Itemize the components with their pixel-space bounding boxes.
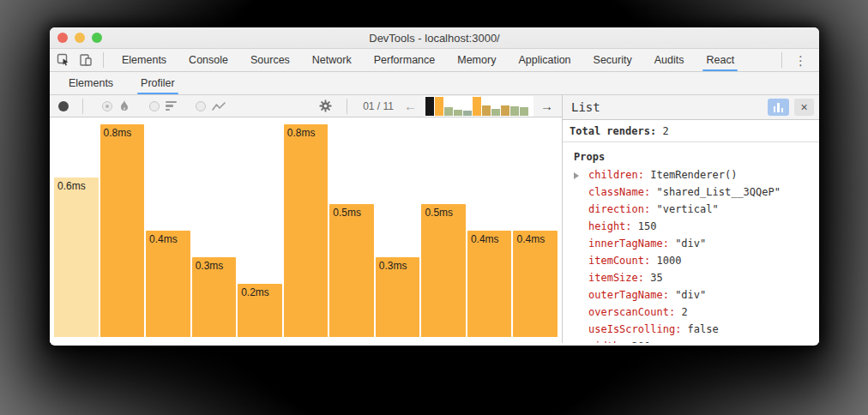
commit-bar-label: 0.4ms <box>513 231 558 245</box>
commit-bar[interactable]: 0.5ms <box>329 204 374 337</box>
minimap-bar[interactable] <box>435 97 443 116</box>
prop-value: "div" <box>669 238 706 250</box>
subtab-profiler[interactable]: Profiler <box>127 72 189 94</box>
prop-key: direction: <box>588 203 650 215</box>
minimap-bar[interactable] <box>510 106 519 116</box>
device-toolbar-icon[interactable] <box>79 53 93 67</box>
commit-bar[interactable]: 0.4ms <box>513 231 558 337</box>
prop-key: outerTagName: <box>588 289 669 301</box>
flamegraph-view-option[interactable] <box>102 99 130 112</box>
prop-value: "div" <box>669 289 706 301</box>
minimap-bar[interactable] <box>463 111 472 116</box>
desktop-background: DevTools - localhost:3000/ <box>0 0 868 415</box>
commit-bar-label: 0.4ms <box>146 231 190 245</box>
commit-bar-label: 0.2ms <box>238 284 282 298</box>
ranked-radio[interactable] <box>149 101 160 111</box>
flamegraph-chart: 0.6ms0.8ms0.4ms0.3ms0.2ms0.8ms0.5ms0.3ms… <box>50 117 562 343</box>
render-chart-button[interactable] <box>768 99 789 116</box>
profiler-pane: 01 / 11 ← → 0.6ms0.8ms0.4ms0.3ms0.2ms0.8… <box>50 95 562 343</box>
window-titlebar: DevTools - localhost:3000/ <box>50 27 819 49</box>
tab-performance[interactable]: Performance <box>363 49 447 71</box>
prop-value: "shared_List__3QQeP" <box>650 186 781 198</box>
prop-row-itemCount: itemCount: 1000 <box>563 252 819 269</box>
minimap-bar[interactable] <box>520 107 528 116</box>
ranked-view-option[interactable] <box>149 101 177 111</box>
tab-security[interactable]: Security <box>582 49 643 71</box>
kebab-menu-icon[interactable]: ⋮ <box>789 54 812 67</box>
prop-value: 35 <box>644 272 663 284</box>
subtab-elements[interactable]: Elements <box>55 72 127 94</box>
commit-bar[interactable]: 0.6ms <box>54 177 99 337</box>
toolbar-divider <box>781 52 782 68</box>
zoom-window-button[interactable] <box>92 33 102 43</box>
commit-bar[interactable]: 0.8ms <box>100 124 145 337</box>
prop-row-overscanCount: overscanCount: 2 <box>563 304 819 321</box>
devtools-tabbar: ElementsConsoleSourcesNetworkPerformance… <box>50 49 819 72</box>
gear-icon[interactable] <box>316 99 335 112</box>
minimap-bar[interactable] <box>501 105 509 116</box>
tab-application[interactable]: Application <box>507 49 582 71</box>
sidebar-header: List × <box>563 95 819 120</box>
interactions-view-option[interactable] <box>196 101 226 111</box>
commit-bar[interactable]: 0.8ms <box>284 124 329 337</box>
selected-component-name: List <box>571 100 768 114</box>
component-sidebar: List × Total renders: 2 Props children: … <box>562 95 819 343</box>
close-sidebar-button[interactable]: × <box>794 99 814 116</box>
record-button[interactable] <box>58 101 69 111</box>
next-snapshot-arrow-icon[interactable]: → <box>539 99 555 112</box>
minimap-bar-selected[interactable] <box>425 97 434 116</box>
prop-row-children: children: ItemRenderer() <box>563 166 819 183</box>
snapshot-minimap[interactable] <box>424 96 533 117</box>
minimap-bar[interactable] <box>482 105 491 116</box>
prop-key: height: <box>588 220 632 232</box>
devtools-tabs: ElementsConsoleSourcesNetworkPerformance… <box>111 49 775 71</box>
inspect-element-icon[interactable] <box>57 53 70 67</box>
commit-bar[interactable]: 0.4ms <box>146 231 190 337</box>
react-panel-tabbar: ElementsProfiler <box>50 72 819 95</box>
prop-key: children: <box>588 169 644 181</box>
prop-value: ItemRenderer() <box>644 169 737 181</box>
minimap-bar[interactable] <box>491 109 500 116</box>
ranked-chart-icon <box>166 101 177 111</box>
commit-bar[interactable]: 0.5ms <box>421 204 466 337</box>
prop-key: itemCount: <box>588 255 650 267</box>
commit-bar-label: 0.5ms <box>329 204 374 219</box>
previous-snapshot-arrow-icon[interactable]: ← <box>402 99 419 112</box>
prop-row-itemSize: itemSize: 35 <box>563 269 819 286</box>
tab-react[interactable]: React <box>695 49 745 71</box>
prop-row-outerTagName: outerTagName: "div" <box>563 286 819 304</box>
prop-row-useIsScrolling: useIsScrolling: false <box>563 321 819 338</box>
tab-console[interactable]: Console <box>178 49 239 71</box>
minimize-window-button[interactable] <box>75 33 85 43</box>
prop-key: useIsScrolling: <box>588 323 681 335</box>
commit-bar-label: 0.5ms <box>421 204 466 219</box>
interactions-chart-icon <box>212 101 226 111</box>
flamegraph-radio[interactable] <box>102 101 112 111</box>
tab-audits[interactable]: Audits <box>643 49 696 71</box>
prop-key: innerTagName: <box>588 238 669 250</box>
commit-bar[interactable]: 0.3ms <box>376 257 420 337</box>
prop-row-innerTagName: innerTagName: "div" <box>563 235 819 252</box>
snapshot-counter: 01 / 11 <box>363 100 394 112</box>
interactions-radio[interactable] <box>196 101 206 111</box>
commit-bar[interactable]: 0.4ms <box>467 231 512 337</box>
profiler-toolbar: 01 / 11 ← → <box>50 95 562 117</box>
flamegraph-bars: 0.6ms0.8ms0.4ms0.3ms0.2ms0.8ms0.5ms0.3ms… <box>54 124 558 337</box>
commit-bar-label: 0.8ms <box>100 124 145 139</box>
close-window-button[interactable] <box>57 33 68 43</box>
minimap-bar[interactable] <box>473 97 481 116</box>
commit-bar[interactable]: 0.2ms <box>238 284 282 337</box>
tab-network[interactable]: Network <box>301 49 363 71</box>
expand-triangle-icon[interactable] <box>574 172 579 179</box>
prop-value: 2 <box>675 306 687 318</box>
commit-bar-label: 0.8ms <box>284 124 329 139</box>
minimap-bar[interactable] <box>454 110 462 116</box>
tab-memory[interactable]: Memory <box>446 49 507 71</box>
tab-sources[interactable]: Sources <box>239 49 301 71</box>
window-title: DevTools - localhost:3000/ <box>369 32 499 45</box>
commit-bar[interactable]: 0.3ms <box>192 257 237 337</box>
commit-bar-label: 0.3ms <box>192 257 237 272</box>
tab-elements[interactable]: Elements <box>111 49 178 71</box>
minimap-bar[interactable] <box>444 107 453 116</box>
commit-bar-label: 0.3ms <box>376 257 420 272</box>
